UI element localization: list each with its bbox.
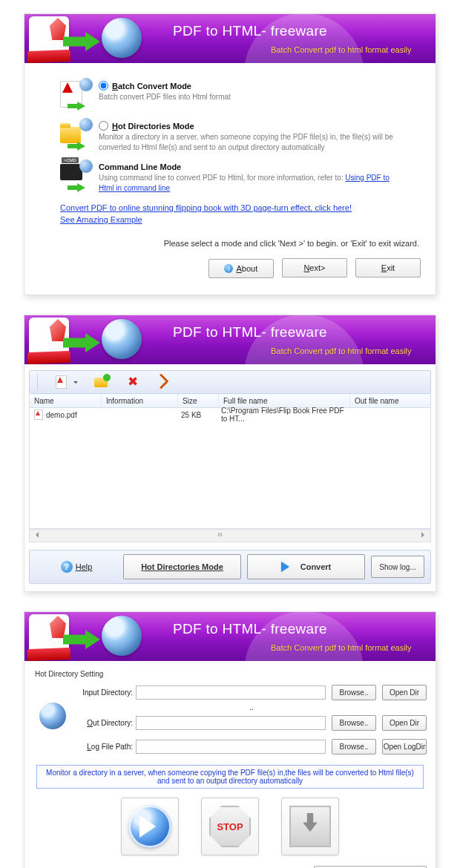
about-button[interactable]: i About (208, 259, 274, 278)
grid-body[interactable]: demo.pdf 25 KB C:\Program Files\Flip Boo… (30, 408, 430, 528)
settings-button[interactable] (157, 375, 171, 389)
dots: .. (76, 703, 427, 711)
panel-hot-directory: PDF to HTML- freeware Batch Convert pdf … (24, 611, 436, 868)
help-icon: ? (61, 561, 73, 573)
globe-icon (79, 118, 93, 131)
mode-batch-radio[interactable] (99, 81, 108, 91)
arrow-icon (68, 183, 85, 192)
globe-icon (79, 78, 93, 91)
input-dir-field[interactable] (136, 685, 326, 700)
log-browse-button[interactable]: Browse.. (332, 739, 376, 754)
hotdir-icon (60, 121, 91, 151)
mode-hotdir-desc: Monitor a directory in a server, when so… (99, 132, 403, 152)
mode-cmd-desc: Using command line to convert PDF to Htm… (99, 173, 403, 193)
dropdown-icon[interactable] (73, 381, 78, 386)
input-browse-button[interactable]: Browse.. (332, 685, 376, 700)
mode-batch-label[interactable]: Batch Convert Mode (112, 82, 191, 91)
action-bar: ? Help Hot Directories Mode Convert Show… (29, 550, 431, 584)
hotdir-note: Monitor a directory in a server, when so… (36, 765, 424, 789)
start-button[interactable] (121, 798, 179, 855)
app-subtitle: Batch Convert pdf to html format easily (271, 45, 412, 54)
header: PDF to HTML- freeware Batch Convert pdf … (24, 315, 436, 364)
globe-folder-icon (33, 684, 72, 748)
globe-icon (102, 319, 142, 359)
pdf-icon (34, 410, 43, 420)
show-log-button[interactable]: Show log... (371, 556, 424, 578)
mode-cmd-label: Command Line Mode (99, 162, 181, 171)
next-button[interactable]: Next> (282, 258, 347, 277)
download-icon (289, 806, 331, 847)
file-grid: Name Information Size Full file name Out… (29, 394, 431, 529)
panel-mode-select: PDF to HTML- freeware Batch Convert pdf … (24, 13, 436, 295)
mode-hotdir-radio[interactable] (99, 121, 108, 131)
mode-batch-desc: Batch convert PDF files into Html format (99, 92, 240, 102)
button-bar: i About Next> Exit (24, 258, 436, 295)
mode-hotdir-label[interactable]: Hot Directories Mode (112, 122, 194, 131)
header: PDF to HTML- freeware Batch Convert pdf … (24, 14, 436, 63)
out-browse-button[interactable]: Browse.. (332, 715, 376, 731)
output-button[interactable] (281, 798, 339, 855)
app-logo (29, 317, 154, 363)
log-opendir-button[interactable]: Open LogDir (382, 739, 427, 754)
play-icon (281, 562, 295, 572)
globe-icon (79, 160, 93, 173)
add-folder-button[interactable] (94, 375, 109, 389)
batch-icon (60, 81, 91, 111)
input-opendir-button[interactable]: Open Dir (382, 685, 427, 700)
app-subtitle: Batch Convert pdf to html format easily (271, 346, 412, 355)
fieldset-title: Hot Directory Setting (35, 670, 427, 678)
instruction-text: Please select a mode and click 'Next >' … (24, 236, 436, 258)
globe-icon (102, 18, 142, 58)
col-size[interactable]: Size (178, 394, 219, 407)
app-title: PDF to HTML- freeware (173, 621, 327, 637)
log-path-label: Log File Path: (76, 743, 136, 751)
out-opendir-button[interactable]: Open Dir (382, 715, 427, 731)
mode-hotdir: Hot Directories Mode Monitor a directory… (60, 121, 419, 152)
help-link[interactable]: ? Help (36, 561, 117, 573)
table-row[interactable]: demo.pdf 25 KB C:\Program Files\Flip Boo… (30, 408, 430, 421)
col-name[interactable]: Name (30, 394, 102, 407)
app-title: PDF to HTML- freeware (173, 324, 327, 341)
stop-button[interactable]: STOP (201, 798, 259, 855)
out-dir-field[interactable] (136, 716, 326, 730)
example-link[interactable]: See Amazing Example (60, 215, 142, 224)
convert-button[interactable]: Convert (247, 554, 365, 579)
header: PDF to HTML- freeware Batch Convert pdf … (24, 612, 436, 661)
exit-button[interactable]: Exit (355, 258, 421, 277)
flipbook-link[interactable]: Convert PDF to online stunning flipping … (60, 203, 352, 212)
mode-cmd: Command Line Mode Using command line to … (60, 162, 419, 193)
stop-icon: STOP (209, 806, 251, 847)
col-info[interactable]: Information (102, 394, 178, 407)
info-icon: i (224, 264, 233, 273)
app-logo (29, 16, 154, 62)
control-buttons: STOP (33, 798, 427, 855)
cmd-icon (60, 162, 91, 192)
log-path-field[interactable] (136, 740, 326, 754)
play-icon (128, 805, 171, 848)
add-pdf-button[interactable] (54, 375, 69, 389)
col-out[interactable]: Out file name (350, 394, 430, 407)
input-dir-label: Input Directory: (76, 688, 136, 697)
mode-batch: Batch Convert Mode Batch convert PDF fil… (60, 81, 419, 111)
col-full[interactable]: Full file name (219, 394, 350, 407)
promo-links: Convert PDF to online stunning flipping … (60, 203, 419, 224)
horizontal-scrollbar[interactable]: III (29, 529, 431, 542)
panel-batch-convert: PDF to HTML- freeware Batch Convert pdf … (24, 315, 436, 592)
app-logo (29, 614, 154, 660)
mode-list: Batch Convert Mode Batch convert PDF fil… (24, 63, 436, 236)
out-dir-label: Out Directory: (76, 719, 136, 727)
hot-directories-button[interactable]: Hot Directories Mode (123, 554, 241, 579)
globe-icon (102, 616, 142, 656)
app-subtitle: Batch Convert pdf to html format easily (271, 643, 412, 652)
toolbar: ✖ (29, 370, 431, 394)
remove-button[interactable]: ✖ (125, 375, 140, 389)
app-title: PDF to HTML- freeware (173, 23, 327, 39)
